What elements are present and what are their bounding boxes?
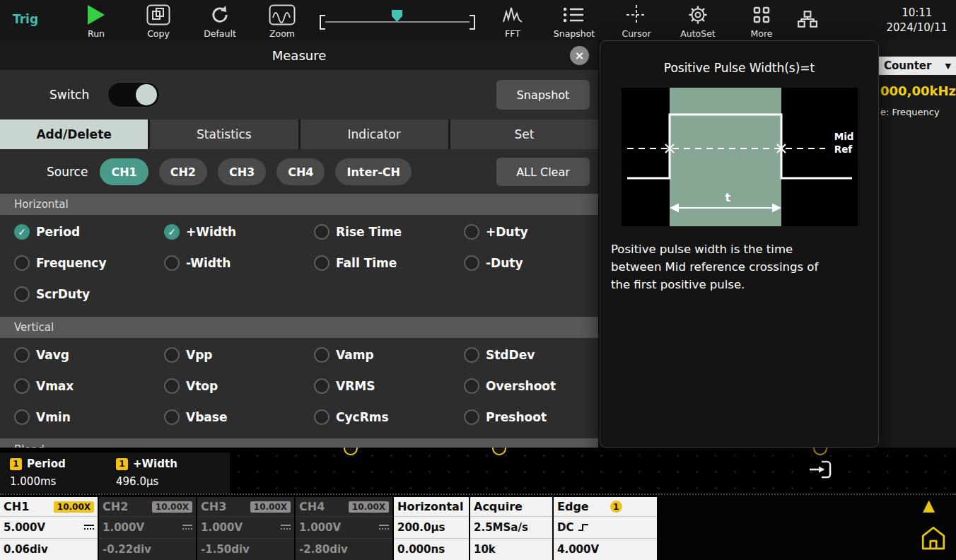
horizontal-status[interactable]: Horizontal 200.0µs 0.000ns <box>394 497 469 560</box>
help-description: Positive pulse width is the time between… <box>611 240 868 293</box>
source-ch1[interactable]: CH1 <box>100 158 148 185</box>
run-label: Run <box>88 28 105 39</box>
measurement-period[interactable]: 1 Period 1.000ms <box>10 457 116 494</box>
channel-status-ch2[interactable]: CH210.00X 1.000V -0.22div <box>99 497 196 560</box>
snapshot-button[interactable]: Snapshot <box>496 80 590 110</box>
checkbox-icon: ✓ <box>314 378 330 394</box>
default-label: Default <box>204 28 236 39</box>
mid-ref-label: Mid Ref <box>834 130 854 156</box>
channel-status-ch4[interactable]: CH410.00X 1.000V -2.80div <box>296 497 392 560</box>
measurement-plus-width[interactable]: 1 +Width 496.0µs <box>116 457 230 494</box>
trigger-position-marker[interactable] <box>392 10 402 22</box>
checkbox-icon: ✓ <box>164 378 180 394</box>
option-overshoot[interactable]: ✓Overshoot <box>464 371 598 402</box>
checkbox-icon: ✓ <box>164 255 180 271</box>
autoset-label: AutoSet <box>680 28 716 39</box>
channel-status-ch1[interactable]: CH110.00X 5.000V 0.06div <box>0 497 98 560</box>
option-stddev[interactable]: ✓StdDev <box>464 339 598 371</box>
measure-switch-toggle[interactable] <box>107 82 160 107</box>
checkbox-icon: ✓ <box>14 255 30 271</box>
option-rise-time[interactable]: ✓Rise Time <box>314 216 464 247</box>
source-ch3[interactable]: CH3 <box>218 158 266 185</box>
option-minus-duty[interactable]: ✓-Duty <box>464 247 598 279</box>
option-vbase[interactable]: ✓Vbase <box>164 402 314 433</box>
option-minus-width[interactable]: ✓-Width <box>164 247 314 279</box>
option-vavg[interactable]: ✓Vavg <box>14 339 164 371</box>
option-fall-time[interactable]: ✓Fall Time <box>314 247 464 279</box>
option-vmax[interactable]: ✓Vmax <box>14 371 164 402</box>
option-plus-width[interactable]: ✓+Width <box>164 216 314 247</box>
trig-status-label: Trig <box>13 12 38 26</box>
home-icon[interactable] <box>921 525 946 554</box>
dc-coupling-icon <box>84 525 94 531</box>
option-plus-duty[interactable]: ✓+Duty <box>464 216 598 247</box>
checkbox-icon: ✓ <box>464 255 479 271</box>
help-title: Positive Pulse Width(s)=t <box>600 61 878 75</box>
network-icon[interactable] <box>798 11 817 30</box>
collapse-up-icon[interactable]: ▲ <box>923 496 935 514</box>
snapshot-list-icon <box>564 2 585 28</box>
measure-help-panel: Positive Pulse Width(s)=t Mid Ref t Posi… <box>600 40 879 448</box>
option-period[interactable]: ✓Period <box>14 216 164 247</box>
option-vtop[interactable]: ✓Vtop <box>164 371 314 402</box>
checkbox-icon: ✓ <box>164 224 180 240</box>
counter-value: 000,00kHz <box>880 83 956 98</box>
channel-badge: 1 <box>10 458 22 470</box>
option-vrms[interactable]: ✓VRMS <box>314 371 464 402</box>
copy-button[interactable]: Copy <box>130 2 187 39</box>
more-button[interactable]: More <box>733 2 790 39</box>
section-header-vertical: Vertical <box>0 317 598 338</box>
fft-label: FFT <box>505 28 520 39</box>
option-frequency[interactable]: ✓Frequency <box>14 247 164 279</box>
counter-title: Counter <box>884 59 931 72</box>
checkbox-icon: ✓ <box>14 347 30 363</box>
acquire-status[interactable]: Acquire 2.5MSa/s 10k <box>470 497 552 560</box>
copy-icon <box>146 2 170 28</box>
tab-indicator[interactable]: Indicator <box>301 119 448 149</box>
close-icon[interactable]: × <box>570 46 589 65</box>
section-header-blend: Blend <box>0 438 598 448</box>
horizontal-options: ✓Period ✓+Width ✓Rise Time ✓+Duty ✓Frequ… <box>0 215 598 310</box>
counter-dropdown[interactable]: Counter ▼ <box>879 57 956 75</box>
horizontal-position-indicator[interactable] <box>320 15 475 30</box>
autoset-button[interactable]: AutoSet <box>670 2 726 39</box>
trigger-status[interactable]: Edge1 DC 4.000V <box>554 497 657 560</box>
more-label: More <box>751 28 773 39</box>
measurement-name: Period <box>27 457 66 470</box>
source-ch4[interactable]: CH4 <box>276 158 325 185</box>
t-label: t <box>725 191 730 204</box>
option-vmin[interactable]: ✓Vmin <box>14 402 164 433</box>
default-button[interactable]: Default <box>192 2 248 39</box>
top-toolbar: Trig Run Copy Default <box>0 0 956 40</box>
option-vpp[interactable]: ✓Vpp <box>164 339 314 371</box>
measurement-readout: 1 Period 1.000ms 1 +Width 496.0µs <box>0 453 230 494</box>
tab-set[interactable]: Set <box>450 119 598 149</box>
fft-button[interactable]: FFT <box>484 2 541 39</box>
copy-label: Copy <box>147 28 170 39</box>
snapshot-toolbar-label: Snapshot <box>554 28 595 39</box>
snapshot-toolbar-button[interactable]: Snapshot <box>546 2 602 39</box>
more-grid-icon <box>752 2 771 28</box>
option-cycrms[interactable]: ✓CycRms <box>314 402 464 433</box>
checkbox-icon: ✓ <box>14 409 30 425</box>
cursor-button[interactable]: Cursor <box>608 2 665 39</box>
pulse-waveform-graphic <box>622 88 858 226</box>
source-row: Source CH1 CH2 CH3 CH4 Inter-CH ALL Clea… <box>47 157 590 187</box>
source-ch2[interactable]: CH2 <box>159 158 207 185</box>
measure-dialog: Measure × Switch Snapshot Add/Delete Sta… <box>0 40 598 448</box>
tab-statistics[interactable]: Statistics <box>150 119 298 149</box>
fft-icon <box>502 2 523 28</box>
option-vamp[interactable]: ✓Vamp <box>314 339 464 371</box>
zoom-button[interactable]: Zoom <box>254 2 310 39</box>
checkbox-icon: ✓ <box>464 409 479 425</box>
run-button[interactable]: Run <box>68 2 124 39</box>
source-inter-ch[interactable]: Inter-CH <box>335 158 412 185</box>
time-label: 10:11 <box>887 6 948 21</box>
channel-status-ch3[interactable]: CH310.00X 1.000V -1.50div <box>197 497 294 560</box>
option-scrduty[interactable]: ✓ScrDuty <box>14 279 164 310</box>
option-preshoot[interactable]: ✓Preshoot <box>464 402 598 433</box>
tab-add-delete[interactable]: Add/Delete <box>0 119 148 149</box>
dc-coupling-icon <box>182 525 192 531</box>
export-arrow-icon[interactable] <box>808 458 833 484</box>
all-clear-button[interactable]: ALL Clear <box>496 158 590 186</box>
